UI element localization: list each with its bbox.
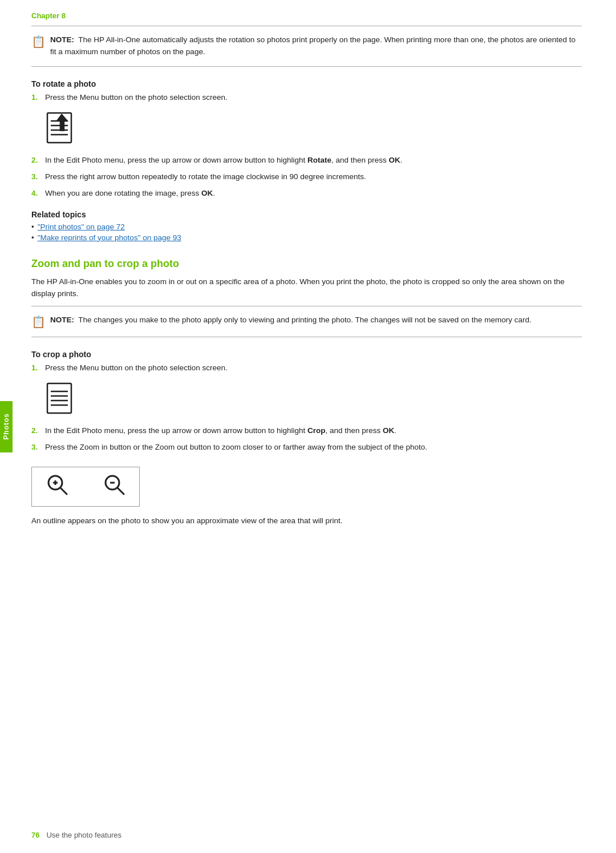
zoom-out-icon: [103, 473, 125, 500]
sidebar-tab: Photos: [0, 401, 13, 452]
related-link-2[interactable]: "Make reprints of your photos" on page 9…: [38, 233, 181, 242]
zoom-out-svg: [103, 473, 125, 496]
menu-button-icon-svg-2: [45, 382, 80, 415]
rotate-step-4: 4. When you are done rotating the image,…: [31, 188, 582, 200]
zoom-icons-box: [31, 467, 140, 507]
rotate-heading: To rotate a photo: [31, 79, 582, 88]
related-topic-1: "Print photos" on page 72: [31, 223, 582, 231]
footer-page-number: 76: [31, 831, 39, 839]
related-topics-list: "Print photos" on page 72 "Make reprints…: [31, 223, 582, 242]
rotate-step-3: 3. Press the right arrow button repeated…: [31, 171, 582, 183]
rotate-steps-2-4: 2. In the Edit Photo menu, press the up …: [31, 155, 582, 200]
sidebar-label: Photos: [2, 413, 10, 440]
related-topic-2: "Make reprints of your photos" on page 9…: [31, 233, 582, 242]
rotate-steps-list: 1. Press the Menu button on the photo se…: [31, 92, 582, 104]
crop-steps-2-3: 2. In the Edit Photo menu, press the up …: [31, 425, 582, 454]
related-topics-heading: Related topics: [31, 210, 582, 219]
crop-step-2: 2. In the Edit Photo menu, press the up …: [31, 425, 582, 437]
note2-top-divider: [31, 306, 582, 306]
top-divider: [31, 26, 582, 26]
chapter-label: Chapter 8: [31, 11, 582, 20]
crop-step-3: 3. Press the Zoom in button or the Zoom …: [31, 442, 582, 454]
svg-line-17: [117, 488, 124, 494]
svg-line-14: [60, 488, 67, 494]
menu-icon-illustration-2: [45, 382, 582, 417]
menu-icon-illustration-1: [45, 112, 582, 147]
zoom-in-svg: [46, 473, 68, 496]
zoom-caption: An outline appears on the photo to show …: [31, 515, 582, 527]
note-block-1: 📋 NOTE: The HP All-in-One automatically …: [31, 32, 582, 60]
zoom-intro-para: The HP All-in-One enables you to zoom in…: [31, 276, 582, 300]
note-text-1: NOTE: The HP All-in-One automatically ad…: [50, 34, 582, 58]
crop-step-1: 1. Press the Menu button on the photo se…: [31, 362, 582, 374]
svg-marker-5: [56, 114, 68, 131]
note1-bottom-divider: [31, 66, 582, 67]
note-icon-1: 📋: [31, 35, 46, 48]
rotate-step-2: 2. In the Edit Photo menu, press the up …: [31, 155, 582, 167]
note-text-2: NOTE: The changes you make to the photo …: [50, 314, 532, 326]
footer-label: Use the photo features: [46, 831, 121, 839]
note-icon-2: 📋: [31, 315, 46, 329]
menu-button-icon-svg: [45, 112, 80, 145]
rotate-step-1: 1. Press the Menu button on the photo se…: [31, 92, 582, 104]
note-block-2: 📋 NOTE: The changes you make to the phot…: [31, 312, 582, 331]
zoom-in-icon: [46, 473, 68, 500]
crop-heading: To crop a photo: [31, 350, 582, 359]
svg-rect-6: [47, 383, 71, 413]
related-link-1[interactable]: "Print photos" on page 72: [38, 223, 125, 231]
zoom-section-title: Zoom and pan to crop a photo: [31, 258, 582, 270]
page-footer: 76 Use the photo features: [31, 831, 582, 839]
crop-step-1-list: 1. Press the Menu button on the photo se…: [31, 362, 582, 374]
note2-bottom-divider: [31, 337, 582, 337]
